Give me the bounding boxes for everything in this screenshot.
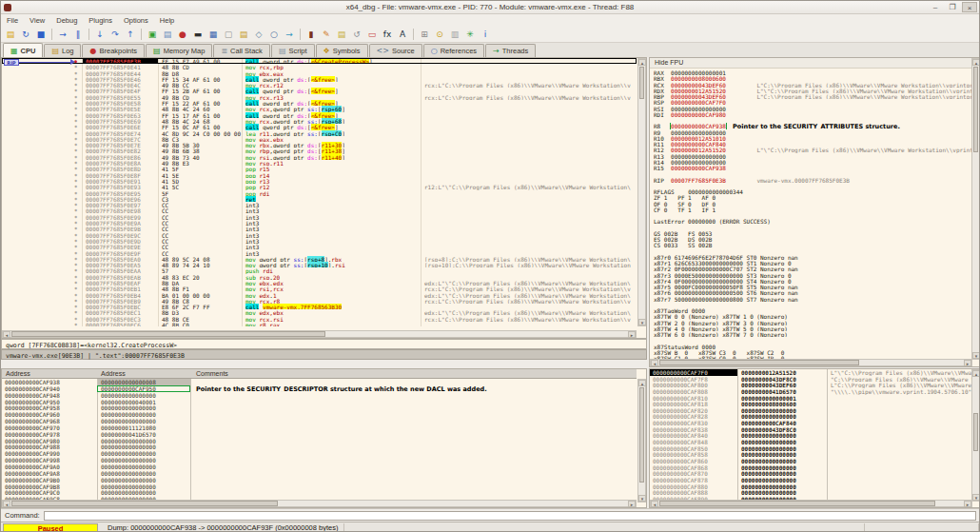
window-icon[interactable]: ▢	[222, 28, 235, 41]
stack-row[interactable]: 0000000000CAF8700000000000000000	[650, 470, 971, 477]
scroll-thumb[interactable]	[973, 67, 978, 152]
stack-row[interactable]: 0000000000CAF8500000000000000000	[650, 445, 971, 452]
goto-icon[interactable]: →	[283, 28, 296, 41]
step-over-icon[interactable]: ↷	[108, 28, 122, 41]
notes-icon[interactable]: ▤	[335, 28, 348, 41]
maximize-button[interactable]: ❐	[945, 2, 960, 12]
stack-vertical-scrollbar[interactable]: ▴ ▾	[971, 369, 980, 502]
dump-row[interactable]: 0000000000CAF9400000000000CAF950Pointer …	[2, 385, 637, 392]
tab-breakpoints[interactable]: ●Breakpoints	[82, 44, 145, 57]
stack-row[interactable]: 0000000000CAF8280000000000000000	[650, 413, 971, 420]
row-dot[interactable]: ●	[2, 322, 82, 326]
eraser-icon[interactable]: ▭	[365, 28, 379, 41]
scroll-down-icon[interactable]: ▾	[972, 494, 980, 501]
stack-row[interactable]: 0000000000CAF7F00000000012A51520L"\"C:\\…	[650, 369, 971, 376]
log-icon[interactable]: ▤	[237, 28, 250, 41]
dump-row[interactable]: 0000000000CAF9A80000000000000000	[2, 470, 637, 477]
trace-icon[interactable]: ▬	[191, 28, 205, 41]
source-icon[interactable]: ◇	[252, 28, 265, 41]
scroll-thumb[interactable]	[639, 67, 644, 99]
hide-fpu-button[interactable]: Hide FPU	[650, 58, 980, 69]
scroll-left-icon[interactable]: ◂	[651, 360, 658, 366]
stack-row[interactable]: 0000000000CAF8400000000000000000	[650, 432, 971, 439]
menu-debug[interactable]: Debug	[50, 16, 83, 25]
scroll-right-icon[interactable]: ▸	[628, 331, 636, 338]
scroll-up-icon[interactable]: ▴	[638, 59, 646, 66]
stack-row[interactable]: 0000000000CAF8580000000000000000	[650, 451, 971, 458]
tab-threads[interactable]: →Threads	[485, 44, 536, 57]
dump-header-address1[interactable]: Address	[6, 370, 30, 377]
info-icon[interactable]: i	[479, 28, 492, 41]
stack-row[interactable]: 0000000000CAF8480000000000000000	[650, 439, 971, 445]
step-into-icon[interactable]: ↓	[93, 28, 107, 41]
stack-row[interactable]: 0000000000CAF8200000000000000000	[650, 407, 971, 414]
patch-icon[interactable]: ▤	[161, 28, 174, 41]
tab-call-stack[interactable]: ≣Call Stack	[213, 44, 269, 57]
scroll-thumb[interactable]	[973, 413, 978, 451]
scroll-thumb[interactable]	[659, 360, 859, 365]
dump-horizontal-scrollbar[interactable]: ◂ ▸	[2, 500, 637, 507]
menu-view[interactable]: View	[24, 16, 50, 25]
tab-memory-map[interactable]: ▤Memory Map	[146, 44, 212, 57]
dump-row[interactable]: 0000000000CAF9380000000000000008	[2, 379, 637, 385]
scroll-thumb[interactable]	[11, 501, 278, 506]
dump-row[interactable]: 0000000000CAF9680000000000000000	[2, 418, 637, 424]
dump-row[interactable]: 0000000000CAF97800000000041D6570	[2, 431, 637, 438]
stack-horizontal-scrollbar[interactable]: ◂ ▸	[650, 500, 972, 507]
scroll-thumb[interactable]	[659, 501, 935, 506]
dump-row[interactable]: 0000000000CAF9480000000000000000	[2, 392, 637, 399]
windows-icon[interactable]: ▣	[146, 28, 159, 41]
pause-icon[interactable]: ‖	[71, 28, 85, 41]
disasm-row[interactable]: ●00007FF7685F0EC64C 8B C0mov r8,rax	[2, 322, 637, 326]
dump-row[interactable]: 0000000000CAF9B80000000000000000	[2, 483, 637, 490]
disasm-horizontal-scrollbar[interactable]: ◂ ▸	[2, 330, 637, 338]
tab-cpu[interactable]: ▦CPU	[3, 43, 43, 57]
dump-row[interactable]: 0000000000CAF9700000000011121080	[2, 424, 637, 431]
tab-script[interactable]: ▤Script	[271, 44, 315, 57]
book-icon[interactable]: ▮	[304, 28, 318, 41]
command-input[interactable]	[44, 511, 976, 521]
scroll-left-icon[interactable]: ◂	[3, 331, 10, 338]
calculator-icon[interactable]: ⊞	[418, 28, 431, 41]
dump-row[interactable]: 0000000000CAF9980000000000000000	[2, 457, 637, 463]
tab-source[interactable]: <>Source	[369, 44, 422, 57]
search-icon[interactable]: ○	[267, 28, 281, 41]
dump-row[interactable]: 0000000000CAF9B00000000000000000	[2, 477, 637, 483]
dump-row[interactable]: 0000000000CAF9580000000000000000	[2, 404, 637, 411]
menu-help[interactable]: Help	[154, 16, 180, 25]
stack-row[interactable]: 0000000000CAF8180000000008000600	[650, 401, 971, 407]
stack-row[interactable]: 0000000000CAF8800000000000000000	[650, 483, 971, 490]
open-file-icon[interactable]: ▤	[4, 28, 17, 41]
memory-icon[interactable]: ▦	[206, 28, 220, 41]
tab-references[interactable]: ○References	[423, 44, 484, 57]
scroll-thumb[interactable]	[639, 387, 644, 483]
bulb-icon[interactable]: ⊙	[433, 28, 446, 41]
sync-icon[interactable]: ↺	[350, 28, 363, 41]
tab-log[interactable]: ▤Log	[44, 44, 81, 57]
scroll-down-icon[interactable]: ▾	[638, 319, 646, 325]
fx-icon[interactable]: fx	[381, 28, 394, 41]
scroll-up-icon[interactable]: ▴	[972, 370, 980, 377]
stack-row[interactable]: 0000000000CAF8680000000000000000	[650, 464, 971, 471]
stack-row[interactable]: 0000000000CAF8880000000000000000	[650, 489, 971, 496]
pencil-icon[interactable]: ✎	[320, 28, 333, 41]
dump-row[interactable]: 0000000000CAF9880000000000000000	[2, 443, 637, 450]
minimize-button[interactable]: –	[928, 2, 943, 12]
stack-row[interactable]: 0000000000CAF8780000000000000000	[650, 477, 971, 483]
dump-header-comments[interactable]: Comments	[196, 370, 228, 377]
dump-row[interactable]: 0000000000CAF9900000000000000000	[2, 450, 637, 457]
stack-row[interactable]: 0000000000CAF7F800000000043DF8C0"C:\\Pro…	[650, 376, 971, 383]
menu-options[interactable]: Options	[118, 16, 154, 25]
registers-vertical-scrollbar[interactable]: ▴ ▾	[971, 58, 980, 360]
scroll-up-icon[interactable]: ▴	[972, 59, 980, 66]
menu-plugins[interactable]: Plugins	[83, 16, 118, 25]
disasm-vertical-scrollbar[interactable]: ▴ ▾	[637, 58, 646, 326]
scroll-right-icon[interactable]: ▸	[964, 360, 971, 366]
stack-row[interactable]: 0000000000CAF8300000000000CAF840	[650, 420, 971, 426]
scroll-left-icon[interactable]: ◂	[651, 501, 658, 507]
bug-icon[interactable]: ✳	[463, 28, 477, 41]
stack-row[interactable]: 0000000000CAF8100000000000000001	[650, 395, 971, 402]
scroll-down-icon[interactable]: ▾	[972, 352, 980, 359]
close-button[interactable]: ×	[962, 2, 977, 12]
scroll-left-icon[interactable]: ◂	[3, 501, 10, 507]
